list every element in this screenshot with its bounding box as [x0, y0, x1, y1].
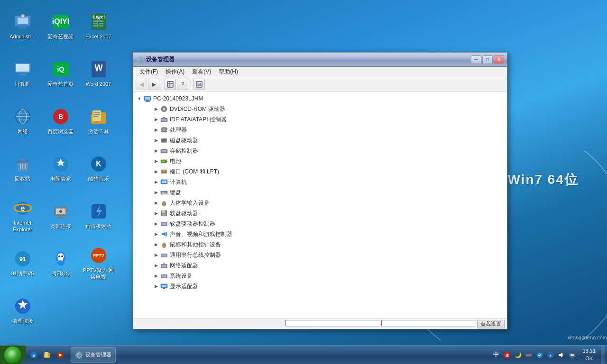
battery-expand[interactable] [152, 157, 160, 165]
sound-expand[interactable] [152, 230, 160, 238]
tree-item-display[interactable]: 显示适配器 [133, 281, 507, 291]
storage-expand[interactable] [152, 147, 160, 155]
close-button[interactable]: ✕ [494, 55, 504, 64]
quicklaunch-explorer[interactable] [41, 348, 53, 362]
ide-expand[interactable] [152, 116, 160, 123]
svg-rect-100 [162, 161, 165, 162]
tree-item-usb[interactable]: 通用串行总线控制器 [133, 250, 507, 260]
quicklaunch-ie[interactable]: e [28, 348, 39, 362]
tray-keyboard[interactable] [524, 350, 533, 360]
tray-network[interactable] [568, 350, 577, 360]
desktop-icon-network[interactable]: 网络 [5, 100, 40, 142]
display-expand[interactable] [152, 282, 160, 290]
desktop-icon-excel[interactable]: X Excel Excel 2007 [81, 5, 116, 47]
ports-expand[interactable] [152, 168, 160, 175]
device-tree[interactable]: PC-20140923LJHM DVD/CD-ROM 驱动器 [133, 91, 507, 318]
toolbar-help[interactable]: ? [177, 79, 188, 90]
administrator-icon [13, 12, 32, 31]
tree-item-dvd[interactable]: DVD/CD-ROM 驱动器 [133, 104, 507, 114]
desktop-icon-ie[interactable]: e InternetExplorer [5, 194, 40, 237]
cpu-expand[interactable] [152, 126, 160, 134]
network2-expand[interactable] [152, 262, 160, 269]
tree-item-cpu[interactable]: 处理器 [133, 125, 507, 135]
desktop-icon-iqiyi[interactable]: iQIYI 爱奇艺视频 [43, 5, 78, 47]
humaninput-expand[interactable] [152, 199, 160, 207]
menu-help[interactable]: 帮助(H) [215, 67, 242, 77]
tree-item-computer[interactable]: 计算机 [133, 177, 507, 187]
tray-sougou[interactable]: 中 [491, 350, 501, 360]
dvd-expand[interactable] [152, 105, 160, 113]
disk-expand[interactable] [152, 136, 160, 144]
tree-item-mouse[interactable]: 鼠标和其他指针设备 [133, 239, 507, 250]
tree-item-network[interactable]: 网络适配器 [133, 260, 507, 271]
svg-text:▲: ▲ [549, 354, 552, 357]
desktop-icon-qq[interactable]: 腾讯QQ [43, 242, 78, 284]
toolbar-forward[interactable]: ▶ [148, 79, 159, 90]
desktop-icon-broadband[interactable]: 宽带连接 [43, 194, 78, 237]
desktop-icon-91[interactable]: 91 91助手V5 [5, 242, 40, 284]
tree-item-floppy[interactable]: 软盘驱动器 [133, 208, 507, 218]
svg-rect-116 [163, 193, 165, 194]
desktop-icon-cleanup[interactable]: 清理垃圾 [5, 289, 40, 332]
desktop-icon-kugou[interactable]: K 酷狗音乐 [81, 147, 116, 190]
tree-item-sysdev[interactable]: 系统设备 [133, 271, 507, 281]
tree-item-ide[interactable]: IDE ATA/ATAPI 控制器 [133, 114, 507, 125]
svg-point-108 [165, 172, 166, 173]
quicklaunch-media[interactable] [55, 348, 66, 362]
tree-root-expand[interactable] [136, 95, 143, 102]
tree-root[interactable]: PC-20140923LJHM [133, 93, 507, 104]
toolbar-back[interactable]: ◀ [136, 79, 147, 90]
keyboard-expand[interactable] [152, 189, 160, 196]
floppyctrl-expand[interactable] [152, 220, 160, 228]
window-titlebar[interactable]: ⚙️ 设备管理器 ─ □ ✕ [133, 53, 507, 67]
computer2-expand[interactable] [152, 178, 160, 186]
tray-crescent[interactable]: 🌙 [513, 350, 523, 360]
desktop-icon-iqiyi-home[interactable]: iQ 爱奇艺首页 [43, 52, 78, 95]
network-icon [13, 107, 32, 126]
tray-shield[interactable] [535, 350, 544, 360]
desktop-icon-pcmgr[interactable]: 电脑管家 [43, 147, 78, 190]
tray-volume[interactable] [557, 350, 566, 360]
show-desktop-button[interactable] [601, 346, 605, 364]
tray-clock[interactable]: 13:11 OK [579, 347, 599, 362]
floppy-expand[interactable] [152, 209, 160, 217]
tree-item-disk[interactable]: 磁盘驱动器 [133, 135, 507, 146]
taskbar-window-devicemgr[interactable]: ⚙️ 设备管理器 [71, 347, 116, 363]
menu-view[interactable]: 查看(V) [188, 67, 215, 77]
tree-item-sound[interactable]: 声音、视频和游戏控制器 [133, 229, 507, 239]
desktop-icon-computer[interactable]: 计算机 [5, 52, 40, 95]
toolbar-refresh[interactable]: ⊞ [193, 79, 205, 90]
maximize-button[interactable]: □ [482, 55, 493, 64]
desktop-icon-recycle[interactable]: 回收站 [5, 147, 40, 190]
computer-label: 计算机 [15, 81, 30, 87]
ports-icon [160, 167, 168, 176]
menu-file[interactable]: 文件(F) [136, 67, 162, 77]
desktop-icon-baidu[interactable]: B 百度浏览器 [43, 100, 78, 142]
sysdev-expand[interactable] [152, 272, 160, 280]
tree-item-battery[interactable]: 电池 [133, 156, 507, 166]
mouse-expand[interactable] [152, 241, 160, 248]
tree-item-storage[interactable]: 存储控制器 [133, 146, 507, 156]
tree-item-humaninput[interactable]: 人体学输入设备 [133, 198, 507, 208]
usb-expand[interactable] [152, 251, 160, 259]
tray-security[interactable]: ▲ [546, 350, 555, 360]
statusbar-panel-1 [285, 320, 380, 327]
menu-action[interactable]: 操作(A) [162, 67, 188, 77]
svg-rect-127 [162, 223, 166, 225]
desktop-icon-word[interactable]: W Word 2007 [81, 52, 116, 95]
start-button[interactable] [0, 346, 26, 364]
minimize-button[interactable]: ─ [471, 55, 481, 64]
tree-item-floppyctrl[interactable]: 软盘驱动器控制器 [133, 218, 507, 229]
cpu-label: 处理器 [170, 126, 187, 134]
desktop-icon-administrator[interactable]: Administr... [5, 5, 40, 47]
desktop-icon-pptv[interactable]: PPTV PPTV聚力 网络电视 [81, 242, 116, 284]
statusbar-button[interactable]: 点我设置 [477, 320, 505, 328]
toolbar-view[interactable] [165, 79, 176, 90]
svg-point-105 [165, 171, 166, 172]
tree-item-ports[interactable]: 端口 (COM 和 LPT) [133, 166, 507, 177]
tray-sougou2[interactable]: 搜 [502, 350, 512, 360]
tree-item-keyboard[interactable]: 键盘 [133, 187, 507, 198]
desktop-icon-activate[interactable]: 激活工具 [81, 100, 116, 142]
desktop-icon-thunder[interactable]: 迅雷极速版 [81, 194, 116, 237]
svg-rect-41 [17, 161, 29, 163]
